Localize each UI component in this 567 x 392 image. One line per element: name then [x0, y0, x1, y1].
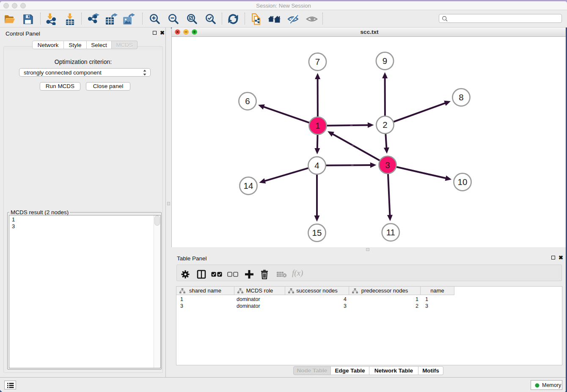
svg-text:2: 2: [383, 120, 387, 130]
svg-text:15: 15: [312, 228, 322, 237]
svg-text:11: 11: [386, 227, 395, 237]
svg-text:4: 4: [314, 160, 319, 170]
svg-text:8: 8: [459, 92, 463, 102]
svg-text:1: 1: [315, 121, 320, 130]
svg-text:6: 6: [245, 96, 250, 106]
svg-text:14: 14: [244, 181, 253, 190]
svg-text:7: 7: [315, 57, 320, 66]
svg-text:10: 10: [458, 177, 468, 187]
svg-text:9: 9: [383, 56, 387, 66]
svg-text:3: 3: [385, 160, 390, 170]
